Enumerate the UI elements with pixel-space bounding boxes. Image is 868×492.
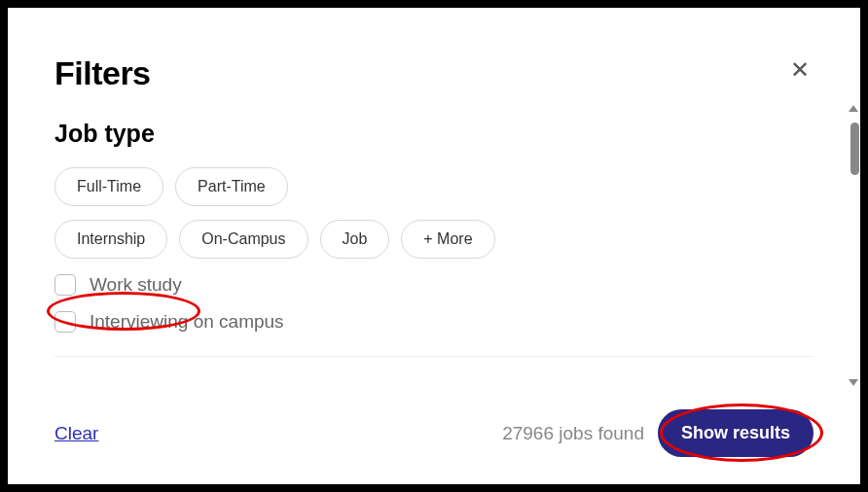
filters-modal: Filters ✕ Job type Full-Time Part-Time I… [8,8,860,484]
close-button[interactable]: ✕ [786,54,814,86]
pill-job[interactable]: Job [320,220,390,259]
checkbox-row-work-study: Work study [54,274,814,296]
scroll-down-icon [849,379,858,386]
close-icon: ✕ [790,56,810,83]
pill-row-1: Full-Time Part-Time [54,167,814,206]
pill-more[interactable]: + More [401,220,494,259]
modal-footer: Clear 27966 jobs found Show results [8,386,860,484]
clear-link[interactable]: Clear [54,423,98,444]
show-results-button[interactable]: Show results [658,409,814,457]
checkbox-interviewing-on-campus[interactable] [54,311,76,333]
checkbox-label-work-study: Work study [90,274,182,296]
pill-full-time[interactable]: Full-Time [54,167,163,206]
scrollbar-thumb[interactable] [850,123,859,175]
divider [54,356,814,357]
modal-body: Filters ✕ Job type Full-Time Part-Time I… [8,8,860,386]
pill-internship[interactable]: Internship [54,220,167,259]
checkbox-label-interviewing: Interviewing on campus [90,311,284,333]
results-count: 27966 jobs found [502,423,644,444]
footer-right: 27966 jobs found Show results [502,409,814,457]
modal-title: Filters [54,54,151,92]
checkbox-row-interviewing: Interviewing on campus [54,311,814,333]
pill-row-2: Internship On-Campus Job + More [54,220,814,259]
scroll-up-icon [849,105,858,112]
modal-header: Filters ✕ [54,54,814,92]
pill-on-campus[interactable]: On-Campus [179,220,307,259]
scrollbar[interactable] [847,105,860,386]
checkbox-work-study[interactable] [54,274,76,296]
pill-part-time[interactable]: Part-Time [175,167,288,206]
section-title-job-type: Job type [54,120,814,148]
